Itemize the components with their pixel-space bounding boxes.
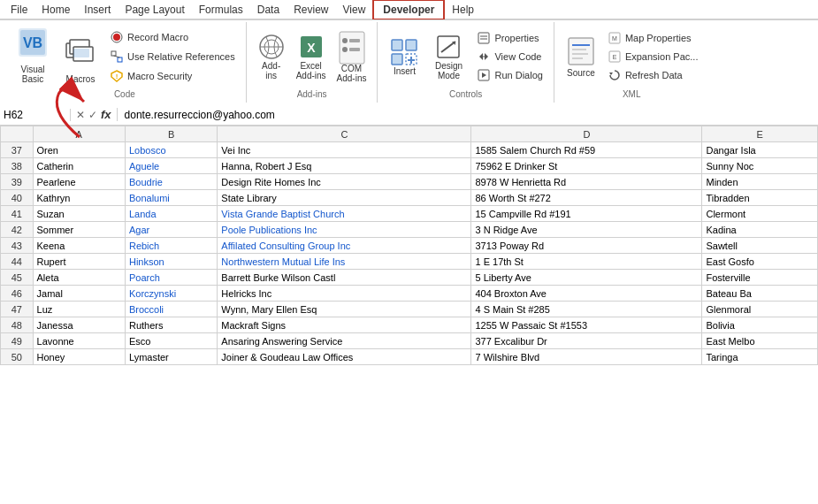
cell-d[interactable]: 8978 W Henrietta Rd [471,174,702,190]
row-num-cell[interactable]: 42 [1,222,34,238]
cell-e[interactable]: Sunny Noc [702,158,818,174]
cell-c[interactable]: Hanna, Robert J Esq [218,158,471,174]
table-row[interactable]: 37OrenLoboscoVei Inc1585 Salem Church Rd… [1,142,818,158]
table-row[interactable]: 48JanessaRuthersMackraft Signs1255 W Pas… [1,317,818,333]
table-row[interactable]: 44RupertHinksonNorthwestern Mutual Life … [1,254,818,270]
menu-developer[interactable]: Developer [372,0,445,20]
design-mode-button[interactable]: DesignMode [429,29,468,84]
table-row[interactable]: 40KathrynBonalumiState Library86 Worth S… [1,190,818,206]
menu-insert[interactable]: Insert [77,2,118,18]
row-num-cell[interactable]: 40 [1,190,34,206]
insert-button[interactable]: Insert [385,34,424,80]
table-row[interactable]: 49LavonneEscoAnsaring Answering Service3… [1,333,818,349]
col-header-a[interactable]: A [33,126,125,142]
properties-button[interactable]: Properties [473,29,546,47]
cell-a[interactable]: Sommer [33,222,125,238]
col-header-c[interactable]: C [218,126,471,142]
table-row[interactable]: 45AletaPoarchBarrett Burke Wilson Castl5… [1,270,818,286]
cell-b[interactable]: Poarch [125,270,217,286]
menu-formulas[interactable]: Formulas [192,2,250,18]
cell-d[interactable]: 15 Campville Rd #191 [471,206,702,222]
col-header-b[interactable]: B [125,126,217,142]
cell-c[interactable]: State Library [218,190,471,206]
row-num-cell[interactable]: 46 [1,286,34,302]
cell-b[interactable]: Korczynski [125,286,217,302]
row-num-cell[interactable]: 43 [1,238,34,254]
excel-addins-button[interactable]: X ExcelAdd-ins [293,29,330,84]
cell-c[interactable]: Vista Grande Baptist Church [218,206,471,222]
menu-review[interactable]: Review [287,2,335,18]
table-row[interactable]: 42SommerAgarPoole Publications Inc3 N Ri… [1,222,818,238]
cell-c[interactable]: Northwestern Mutual Life Ins [218,254,471,270]
cell-c[interactable]: Wynn, Mary Ellen Esq [218,302,471,317]
cell-c[interactable]: Mackraft Signs [218,317,471,333]
table-row[interactable]: 50HoneyLymasterJoiner & Goudeau Law Offi… [1,349,818,365]
table-row[interactable]: 46JamalKorczynskiHelricks Inc404 Broxton… [1,286,818,302]
cell-a[interactable]: Pearlene [33,174,125,190]
cell-a[interactable]: Lavonne [33,333,125,349]
col-header-d[interactable]: D [471,126,702,142]
expansion-packs-button[interactable]: E Expansion Pac... [604,48,702,65]
add-ins-button[interactable]: Add-ins [254,29,289,84]
cell-a[interactable]: Oren [33,142,125,158]
cell-e[interactable]: Clermont [702,206,818,222]
cell-a[interactable]: Suzan [33,206,125,222]
cell-e[interactable]: Tibradden [702,190,818,206]
cell-c[interactable]: Joiner & Goudeau Law Offices [218,349,471,365]
cell-b[interactable]: Broccoli [125,302,217,317]
table-row[interactable]: 38CatherinAgueleHanna, Robert J Esq75962… [1,158,818,174]
com-addins-button[interactable]: COMAdd-ins [333,27,371,87]
cell-d[interactable]: 86 Worth St #272 [471,190,702,206]
cell-e[interactable]: East Gosfo [702,254,818,270]
cell-e[interactable]: Bolivia [702,317,818,333]
macros-button[interactable]: Macros [58,26,103,88]
map-properties-button[interactable]: M Map Properties [604,29,702,47]
cell-c[interactable]: Design Rite Homes Inc [218,174,471,190]
table-row[interactable]: 47LuzBroccoliWynn, Mary Ellen Esq4 S Mai… [1,302,818,317]
row-num-cell[interactable]: 44 [1,254,34,270]
cell-b[interactable]: Lobosco [125,142,217,158]
macro-security-button[interactable]: ! Macro Security [106,67,239,85]
menu-home[interactable]: Home [34,2,77,18]
cell-a[interactable]: Janessa [33,317,125,333]
name-box[interactable]: H62 [0,109,71,121]
source-button[interactable]: Source [562,33,600,81]
cell-e[interactable]: Glenmoral [702,302,818,317]
cell-e[interactable]: Kadina [702,222,818,238]
cell-e[interactable]: Fosterville [702,270,818,286]
cell-b[interactable]: Landa [125,206,217,222]
table-row[interactable]: 39PearleneBoudrieDesign Rite Homes Inc89… [1,174,818,190]
cell-b[interactable]: Esco [125,333,217,349]
menu-page-layout[interactable]: Page Layout [118,2,191,18]
refresh-data-button[interactable]: Refresh Data [604,66,702,84]
cell-e[interactable]: Minden [702,174,818,190]
cell-d[interactable]: 1 E 17th St [471,254,702,270]
cell-c[interactable]: Poole Publications Inc [218,222,471,238]
cell-a[interactable]: Luz [33,302,125,317]
menu-help[interactable]: Help [445,2,481,18]
cell-b[interactable]: Lymaster [125,349,217,365]
cell-a[interactable]: Honey [33,349,125,365]
cell-c[interactable]: Vei Inc [218,142,471,158]
fx-icon[interactable]: fx [101,108,111,121]
cell-a[interactable]: Jamal [33,286,125,302]
cell-d[interactable]: 1585 Salem Church Rd #59 [471,142,702,158]
view-code-button[interactable]: View Code [473,48,546,65]
cell-d[interactable]: 7 Wilshire Blvd [471,349,702,365]
cell-c[interactable]: Affilated Consulting Group Inc [218,238,471,254]
row-num-cell[interactable]: 38 [1,158,34,174]
cell-b[interactable]: Bonalumi [125,190,217,206]
cell-c[interactable]: Barrett Burke Wilson Castl [218,270,471,286]
cell-a[interactable]: Keena [33,238,125,254]
cell-a[interactable]: Catherin [33,158,125,174]
cell-b[interactable]: Agar [125,222,217,238]
record-macro-button[interactable]: Record Macro [106,28,239,46]
cell-a[interactable]: Kathryn [33,190,125,206]
row-num-cell[interactable]: 39 [1,174,34,190]
cancel-icon[interactable]: ✕ [76,109,85,121]
cell-d[interactable]: 5 Liberty Ave [471,270,702,286]
table-row[interactable]: 43KeenaRebichAffilated Consulting Group … [1,238,818,254]
cell-e[interactable]: Bateau Ba [702,286,818,302]
visual-basic-button[interactable]: VB VisualBasic [11,26,55,88]
row-num-cell[interactable]: 45 [1,270,34,286]
